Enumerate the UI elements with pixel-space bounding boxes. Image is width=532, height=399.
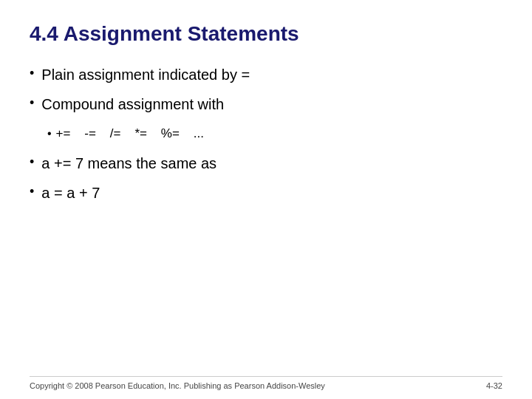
sub-bullet-item-operators: • += -= /= *= %= ... — [47, 124, 502, 143]
bullet-text-1: Plain assignment indicated by = — [41, 64, 250, 86]
bullet-marker-1: • — [30, 64, 34, 83]
footer-page: 4-32 — [486, 381, 502, 390]
bullet-item-1: • Plain assignment indicated by = — [30, 64, 502, 86]
example-bullet-text-2: a = a + 7 — [41, 182, 100, 204]
example-bullet-item-1: • a += 7 means the same as — [30, 152, 502, 174]
sub-bullet-container: • += -= /= *= %= ... — [47, 124, 502, 143]
slide: 4.4 Assignment Statements • Plain assign… — [0, 0, 532, 399]
example-bullet-marker-2: • — [30, 182, 34, 202]
sub-bullet-text-operators: += -= /= *= %= ... — [56, 124, 204, 143]
footer-copyright: Copyright © 2008 Pearson Education, Inc.… — [30, 381, 325, 390]
bullet-text-2: Compound assignment with — [41, 93, 224, 115]
example-bullet-text-1: a += 7 means the same as — [41, 152, 216, 174]
bullet-marker-2: • — [30, 93, 34, 113]
example-bullet-marker-1: • — [30, 152, 34, 172]
sub-bullet-marker: • — [47, 127, 52, 140]
content-area: • Plain assignment indicated by = • Comp… — [30, 64, 502, 384]
footer: Copyright © 2008 Pearson Education, Inc.… — [30, 376, 502, 390]
example-bullet-item-2: • a = a + 7 — [30, 182, 502, 204]
bullet-item-2: • Compound assignment with — [30, 93, 502, 115]
slide-title: 4.4 Assignment Statements — [30, 22, 502, 46]
